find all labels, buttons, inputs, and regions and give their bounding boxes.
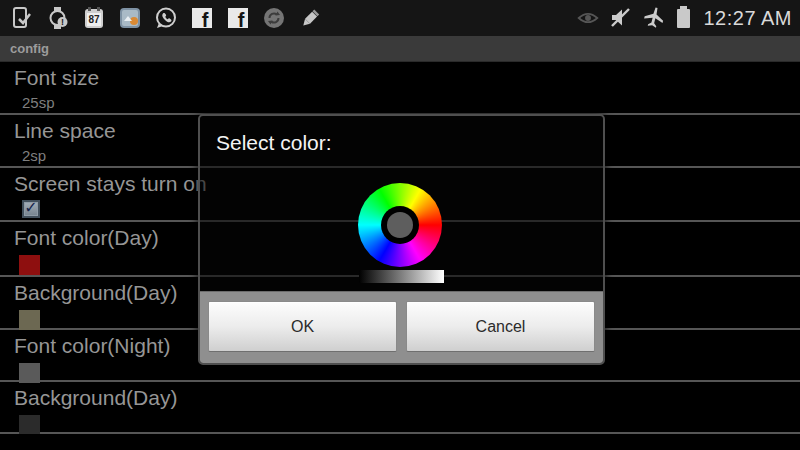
row-label: Font size — [14, 65, 800, 91]
svg-text:f: f — [202, 9, 209, 30]
mute-icon — [609, 6, 633, 30]
bottom-strip — [0, 434, 800, 450]
color-swatch[interactable] — [19, 255, 40, 275]
settings-row-background-day-2[interactable]: Background(Day) — [0, 382, 800, 434]
dialog-button-bar: OK Cancel — [200, 291, 603, 363]
watch-alert-icon: ! — [46, 6, 70, 30]
calendar-badge: 87 — [88, 14, 100, 25]
svg-text:f: f — [238, 9, 245, 30]
facebook-icon: f — [190, 6, 214, 30]
calendar-87-icon: 87 — [82, 6, 106, 30]
battery-icon — [677, 9, 690, 28]
tablet-check-icon — [10, 6, 34, 30]
page-title: config — [0, 41, 49, 56]
color-wheel[interactable] — [358, 183, 442, 267]
eye-icon — [576, 6, 600, 30]
airplane-icon — [642, 6, 666, 30]
select-color-dialog: Select color: OK Cancel — [198, 114, 605, 365]
color-swatch[interactable] — [19, 415, 40, 435]
checkbox[interactable]: ✓ — [22, 200, 40, 218]
brightness-slider[interactable] — [359, 270, 444, 283]
row-label: Background(Day) — [14, 385, 800, 411]
svg-text:!: ! — [61, 17, 64, 27]
pencil-icon — [298, 6, 322, 30]
color-swatch[interactable] — [19, 310, 40, 330]
ok-button[interactable]: OK — [208, 301, 397, 352]
cancel-button[interactable]: Cancel — [406, 301, 595, 352]
color-swatch[interactable] — [19, 363, 40, 383]
screen: ! 87 f f — [0, 0, 800, 450]
check-icon: ✓ — [24, 200, 37, 216]
notification-icons: ! 87 f f — [6, 6, 322, 30]
settings-row-font-size[interactable]: Font size25sp — [0, 62, 800, 115]
title-bar: config — [0, 36, 800, 62]
gallery-app-icon — [118, 6, 142, 30]
current-color-button[interactable] — [387, 212, 413, 238]
facebook-icon-2: f — [226, 6, 250, 30]
whatsapp-icon — [154, 6, 178, 30]
sync-icon — [262, 6, 286, 30]
status-time: 12:27 AM — [703, 7, 792, 30]
row-value: 25sp — [22, 94, 800, 111]
system-status-icons: 12:27 AM — [576, 6, 794, 30]
dialog-title: Select color: — [200, 116, 603, 155]
status-bar: ! 87 f f — [0, 0, 800, 36]
